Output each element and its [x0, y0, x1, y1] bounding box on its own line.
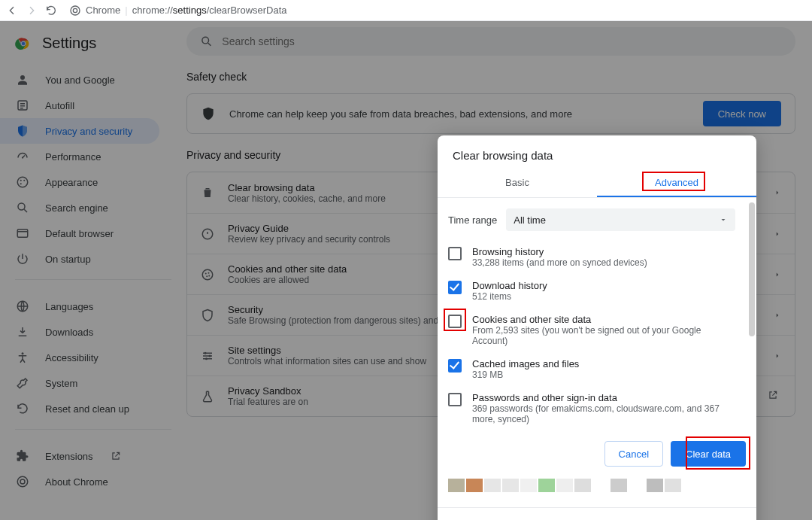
checkbox-label: Passwords and other sign-in data: [472, 392, 735, 403]
tab-basic[interactable]: Basic: [438, 168, 597, 197]
forward-button[interactable]: [26, 5, 38, 17]
clear-browsing-data-dialog: Clear browsing data Basic Advanced Time …: [438, 135, 756, 520]
dialog-title: Clear browsing data: [438, 135, 756, 168]
time-range-select[interactable]: All time: [506, 208, 735, 231]
checkbox-sublabel: 319 MB: [472, 369, 579, 380]
checkbox-label: Browsing history: [472, 246, 647, 257]
svg-point-1: [73, 8, 77, 12]
clear-data-button[interactable]: Clear data: [671, 441, 746, 467]
time-range-label: Time range: [448, 214, 497, 226]
account-avatars-blurred: [448, 479, 746, 500]
time-range-value: All time: [514, 214, 546, 226]
cancel-button[interactable]: Cancel: [604, 441, 663, 467]
url-text: chrome://settings/clearBrowserData: [132, 5, 287, 16]
svg-point-0: [71, 6, 80, 15]
address-bar[interactable]: Chrome | chrome://settings/clearBrowserD…: [69, 5, 287, 17]
url-app-label: Chrome: [86, 5, 120, 16]
checkbox-row-browsing-history: Browsing history33,288 items (and more o…: [448, 242, 749, 275]
checkbox-sublabel: From 2,593 sites (you won't be signed ou…: [472, 325, 735, 346]
tab-advanced[interactable]: Advanced: [597, 168, 756, 197]
chrome-site-icon: [69, 5, 81, 17]
back-button[interactable]: [6, 5, 18, 17]
checkbox-sublabel: 33,288 items (and more on synced devices…: [472, 257, 647, 268]
checkbox-sublabel: 512 items: [472, 291, 547, 302]
browser-toolbar: Chrome | chrome://settings/clearBrowserD…: [0, 0, 812, 21]
dialog-scrollbar[interactable]: [749, 202, 755, 336]
checkbox-row-cookies-and-other-site-data: Cookies and other site dataFrom 2,593 si…: [448, 309, 749, 354]
checkbox-label: Cached images and files: [472, 358, 579, 369]
checkbox-row-cached-images-and-files: Cached images and files319 MB: [448, 354, 749, 388]
checkbox[interactable]: [448, 393, 462, 406]
reload-button[interactable]: [45, 5, 57, 17]
checkbox[interactable]: [448, 247, 462, 260]
checkbox-row-download-history: Download history512 items: [448, 275, 749, 309]
checkbox-label: Cookies and other site data: [472, 314, 735, 325]
checkbox-row-passwords-and-other-sign-in-data: Passwords and other sign-in data369 pass…: [448, 388, 749, 432]
checkbox[interactable]: [448, 315, 462, 328]
chevron-down-icon: [719, 215, 728, 224]
checkbox-label: Download history: [472, 280, 547, 291]
checkbox[interactable]: [448, 281, 462, 294]
dialog-footer: To clear browsing data from this device …: [438, 507, 756, 520]
checkbox-sublabel: 369 passwords (for emakicms.com, cloudsw…: [472, 403, 735, 424]
dialog-tabs: Basic Advanced: [438, 168, 756, 198]
checkbox[interactable]: [448, 359, 462, 373]
